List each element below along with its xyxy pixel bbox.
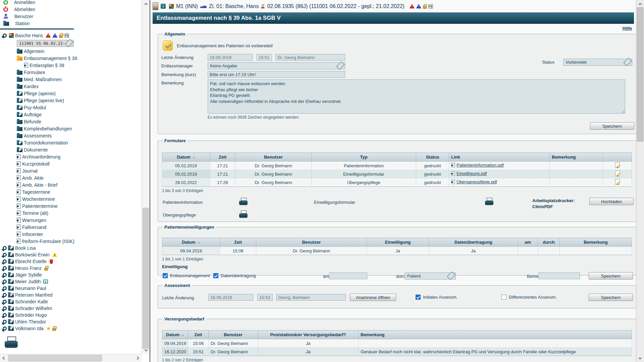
scrollbar-thumb[interactable] [637, 7, 643, 141]
scrollbar-thumb[interactable] [8, 355, 102, 361]
magnifier-icon[interactable] [3, 293, 7, 297]
magnifier-icon[interactable] [3, 320, 7, 324]
patient-list-item[interactable]: Schneider Kalle [0, 298, 142, 305]
column-header[interactable]: Zeit [220, 238, 256, 247]
column-header[interactable]: Zeit [210, 153, 235, 162]
magnifier-icon[interactable] [3, 253, 7, 257]
color-grid-icon[interactable] [169, 4, 174, 9]
sidebar-tree-item[interactable]: Wochentermine [0, 195, 142, 202]
sidebar-tree-item[interactable]: Tumordokumentation [0, 139, 142, 146]
sidebar-tree-item[interactable]: Archivanforderung [0, 153, 142, 160]
column-header[interactable]: Bemerkung [560, 238, 632, 247]
sidebar-tree-item[interactable]: Amb. Akte [0, 174, 142, 181]
print-einwilligungsformular-button[interactable] [485, 198, 494, 206]
open-anamnese-button[interactable]: Anamnese öffnen [350, 294, 396, 301]
save-button[interactable]: Speichern [590, 122, 634, 130]
print-list-button[interactable] [5, 337, 142, 350]
magnifier-icon[interactable] [3, 34, 7, 38]
magnifier-icon[interactable] [3, 273, 7, 277]
column-header[interactable]: Poststationärer Versorgungsbedarf? [258, 330, 359, 339]
patient-list-item[interactable]: Schrader Wilhelm [0, 305, 142, 312]
datenuebertragung-checkbox[interactable] [213, 273, 218, 278]
sidebar-tree-item[interactable]: Psy-Modul [0, 104, 142, 111]
upload-button[interactable]: Hochladen [589, 198, 634, 205]
folder-icon[interactable] [8, 293, 14, 297]
sidebar-tree-item[interactable]: Amb. Akte - Brief [0, 181, 142, 188]
sidebar-horizontal-scrollbar[interactable] [0, 354, 142, 362]
sidebar-tree-item[interactable]: Fallversand [0, 224, 142, 231]
column-header[interactable]: am [518, 238, 538, 247]
sidebar-tree-item[interactable]: Pflege (apenio) [0, 90, 142, 97]
column-header[interactable]: Einwilligung [367, 238, 429, 247]
folder-icon[interactable] [8, 327, 14, 331]
scroll-up-arrow[interactable] [142, 0, 150, 7]
sidebar-menu-item[interactable]: Benutzer [0, 13, 142, 20]
initiales-assessment-checkbox[interactable] [416, 295, 421, 300]
am-date-input[interactable] [329, 273, 367, 279]
scroll-down-arrow[interactable] [636, 355, 644, 362]
info-icon[interactable]: i [161, 4, 166, 9]
magnifier-icon[interactable] [3, 313, 7, 317]
sidebar-tree-item[interactable]: Pflege (apenio live) [0, 97, 142, 104]
edit-note-icon[interactable] [615, 171, 620, 176]
column-header[interactable]: Link [449, 153, 550, 162]
case-select[interactable]: 111001 VS 06.02.22- [17, 40, 74, 47]
patient-list-item[interactable]: Heuss Franz [0, 265, 142, 272]
column-header[interactable]: durch [538, 238, 560, 247]
sidebar-tree-item[interactable]: Kurzprotokoll [0, 160, 142, 167]
folder-icon[interactable] [8, 260, 14, 264]
bemerkung-input[interactable] [538, 273, 580, 279]
column-header[interactable]: Datum [162, 238, 220, 247]
folder-icon[interactable] [8, 320, 14, 324]
magnifier-icon[interactable] [3, 326, 7, 330]
main-vertical-scrollbar[interactable] [636, 0, 644, 362]
sidebar-tree-item[interactable]: Aufträge [0, 111, 142, 118]
patient-list-item[interactable]: Uhlen Theodor [0, 318, 142, 325]
folder-icon[interactable] [8, 253, 14, 257]
scroll-left-arrow[interactable] [0, 354, 7, 362]
patient-list-item[interactable]: Schröder Hugo [0, 312, 142, 318]
patient-list-item[interactable]: Meier Judith [0, 278, 142, 285]
patient-list-item[interactable]: Petersen Manfred [0, 292, 142, 298]
sidebar-tree-item[interactable]: Kardex [0, 83, 142, 90]
magnifier-icon[interactable] [3, 266, 7, 270]
magnifier-icon[interactable] [3, 280, 7, 284]
entlassmanagement-checkbox[interactable] [163, 273, 168, 278]
scroll-right-arrow[interactable] [134, 354, 142, 362]
edit-note-icon[interactable] [615, 179, 620, 185]
color-grid-icon[interactable] [9, 33, 14, 38]
patient-list-item[interactable]: Jäger Sybille [0, 272, 142, 278]
scrollbar-thumb[interactable] [143, 208, 149, 349]
column-header[interactable]: Benutzer [235, 153, 312, 162]
sidebar-tree-item[interactable]: Entlassplan § 39 [0, 62, 142, 69]
sidebar-menu-item[interactable]: Anmelden [0, 0, 142, 6]
column-header[interactable]: Benutzer [209, 330, 258, 339]
magnifier-icon[interactable] [3, 300, 7, 304]
patient-list-item[interactable]: Borkowski Erwin [0, 251, 142, 258]
sidebar-tree-item[interactable]: Dokumente [0, 146, 142, 153]
column-header[interactable]: Zeit [188, 330, 209, 339]
column-header[interactable] [603, 153, 632, 162]
magnifier-icon[interactable] [3, 259, 7, 263]
pdf-link[interactable]: Patienteninformation.pdf [451, 163, 504, 168]
column-header[interactable]: Bemerkung [359, 330, 632, 339]
folder-icon[interactable] [8, 273, 14, 277]
save-button[interactable]: Speichern [589, 272, 633, 280]
save-button[interactable]: Speichern [589, 294, 633, 301]
folder-icon[interactable] [8, 307, 14, 311]
sidebar-tree-item[interactable]: freiform-Formulare (ISIK) [0, 238, 142, 245]
patient-photo[interactable] [153, 2, 158, 10]
column-header[interactable]: Datum [162, 153, 210, 162]
differenziertes-assessment-checkbox[interactable] [501, 295, 506, 300]
help-link[interactable]: Hilfe [623, 26, 632, 31]
remark-textarea[interactable]: Pat. soll nach Hause entlassen werden Eh… [208, 79, 625, 114]
magnifier-icon[interactable] [3, 286, 7, 290]
scroll-up-arrow[interactable] [636, 0, 644, 7]
pdf-link[interactable]: Übergangspflege.pdf [451, 179, 497, 184]
short-remark-input[interactable] [208, 71, 345, 78]
sidebar-tree-item[interactable]: Allgemein [0, 48, 142, 55]
folder-icon[interactable] [8, 287, 14, 291]
edit-note-icon[interactable] [615, 162, 620, 168]
sidebar-menu-item[interactable]: Abmelden [0, 6, 142, 13]
column-header[interactable]: Benutzer [256, 238, 367, 247]
